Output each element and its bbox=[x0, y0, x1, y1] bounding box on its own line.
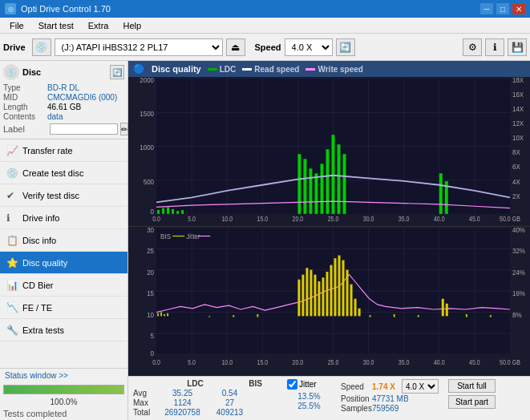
max-bis: 27 bbox=[208, 398, 252, 407]
svg-rect-97 bbox=[318, 281, 320, 316]
svg-text:50.0 GB: 50.0 GB bbox=[500, 216, 520, 224]
svg-text:30.0: 30.0 bbox=[363, 358, 374, 366]
sidebar-item-cd-bier[interactable]: 📊 CD Bier bbox=[0, 274, 127, 297]
svg-text:1500: 1500 bbox=[140, 110, 154, 119]
save-btn[interactable]: 💾 bbox=[508, 38, 527, 56]
type-label: Type bbox=[3, 83, 47, 92]
refresh-btn[interactable]: 🔄 bbox=[336, 38, 355, 56]
jitter-checkbox[interactable] bbox=[287, 379, 297, 390]
toolbar: Drive 💿 (J:) ATAPI iHBS312 2 PL17 ⏏ Spee… bbox=[0, 34, 530, 61]
eject-btn[interactable]: ⏏ bbox=[226, 38, 245, 56]
sidebar-item-extra-tests[interactable]: 🔧 Extra tests bbox=[0, 319, 127, 341]
max-jitter: 25.5% bbox=[287, 402, 331, 410]
legend-read-speed-label: Read speed bbox=[254, 65, 299, 74]
svg-text:0: 0 bbox=[151, 349, 155, 357]
menu-extra[interactable]: Extra bbox=[82, 19, 115, 32]
menu-start-test[interactable]: Start test bbox=[32, 19, 80, 32]
avg-bis: 0.54 bbox=[208, 389, 252, 398]
svg-rect-40 bbox=[162, 208, 164, 214]
disc-quality-label: Disc quality bbox=[22, 258, 67, 268]
chart-title: Disc quality bbox=[152, 64, 201, 74]
create-test-disc-icon: 💿 bbox=[6, 168, 18, 179]
sidebar: 💿 Disc 🔄 Type BD-R DL MID CMCMAGDI6 (000… bbox=[0, 61, 128, 420]
svg-text:0.0: 0.0 bbox=[152, 216, 160, 224]
samples-label: Samples bbox=[341, 404, 369, 413]
svg-text:15: 15 bbox=[147, 289, 154, 297]
svg-text:15.0: 15.0 bbox=[257, 358, 269, 366]
svg-rect-90 bbox=[164, 314, 165, 316]
svg-rect-51 bbox=[332, 135, 335, 214]
sidebar-item-verify-test-disc[interactable]: ✔ Verify test disc bbox=[0, 184, 127, 207]
svg-text:16%: 16% bbox=[512, 289, 525, 297]
extra-tests-icon: 🔧 bbox=[6, 325, 18, 336]
svg-rect-117 bbox=[490, 315, 492, 317]
cd-bier-label: CD Bier bbox=[22, 281, 54, 290]
svg-rect-43 bbox=[176, 211, 179, 214]
speed-select[interactable]: 4.0 X bbox=[285, 38, 333, 56]
max-ldc: 1124 bbox=[160, 398, 204, 407]
disc-refresh-btn[interactable]: 🔄 bbox=[110, 65, 124, 79]
status-window-link[interactable]: Status window >> bbox=[0, 368, 127, 382]
svg-rect-52 bbox=[338, 144, 341, 214]
maximize-button[interactable]: □ bbox=[496, 3, 509, 14]
legend-write-speed-color bbox=[305, 68, 315, 71]
status-window-label: Status window >> bbox=[5, 371, 68, 380]
speed-stat-select[interactable]: 4.0 X bbox=[402, 379, 439, 394]
ldc-col-header: LDC bbox=[173, 379, 217, 388]
svg-text:30: 30 bbox=[147, 225, 154, 234]
svg-text:24%: 24% bbox=[512, 268, 525, 277]
info-btn[interactable]: ℹ bbox=[485, 38, 504, 56]
sidebar-item-create-test-disc[interactable]: 💿 Create test disc bbox=[0, 162, 127, 184]
cd-bier-icon: 📊 bbox=[6, 280, 18, 291]
svg-rect-109 bbox=[446, 304, 448, 317]
avg-ldc: 35.25 bbox=[160, 389, 204, 398]
drive-select[interactable]: (J:) ATAPI iHBS312 2 PL17 bbox=[55, 38, 223, 56]
svg-text:2X: 2X bbox=[512, 192, 520, 200]
sidebar-nav: 📈 Transfer rate 💿 Create test disc ✔ Ver… bbox=[0, 139, 127, 368]
label-edit-btn[interactable]: ✏ bbox=[120, 123, 128, 135]
sidebar-item-transfer-rate[interactable]: 📈 Transfer rate bbox=[0, 139, 127, 162]
length-label: Length bbox=[3, 103, 47, 111]
svg-rect-42 bbox=[172, 209, 174, 214]
sidebar-item-disc-quality[interactable]: ⭐ Disc quality bbox=[0, 252, 127, 274]
start-part-button[interactable]: Start part bbox=[448, 395, 496, 409]
start-full-button[interactable]: Start full bbox=[448, 379, 496, 393]
position-label: Position bbox=[341, 394, 369, 403]
svg-text:30.0: 30.0 bbox=[363, 216, 374, 224]
svg-text:2000: 2000 bbox=[140, 77, 154, 84]
label-input[interactable] bbox=[50, 123, 118, 135]
close-button[interactable]: ✕ bbox=[512, 3, 525, 14]
svg-rect-98 bbox=[322, 277, 324, 316]
svg-rect-100 bbox=[330, 265, 333, 317]
settings-btn[interactable]: ⚙ bbox=[463, 38, 482, 56]
svg-rect-105 bbox=[350, 285, 353, 317]
contents-value: data bbox=[47, 112, 63, 121]
create-test-disc-label: Create test disc bbox=[22, 168, 83, 178]
svg-rect-46 bbox=[303, 159, 306, 214]
svg-text:10X: 10X bbox=[512, 134, 524, 143]
sidebar-item-fe-te[interactable]: 📉 FE / TE bbox=[0, 297, 127, 319]
menu-help[interactable]: Help bbox=[116, 19, 148, 32]
minimize-button[interactable]: ─ bbox=[480, 3, 493, 14]
svg-rect-49 bbox=[320, 164, 323, 214]
svg-rect-89 bbox=[160, 313, 162, 317]
svg-rect-91 bbox=[167, 313, 168, 317]
svg-text:5.0: 5.0 bbox=[188, 358, 196, 366]
speed-label: Speed bbox=[255, 42, 281, 52]
svg-text:32%: 32% bbox=[512, 246, 525, 255]
drive-icon-btn[interactable]: 💿 bbox=[32, 38, 51, 56]
progress-bar bbox=[4, 386, 123, 394]
app-icon: ◎ bbox=[5, 3, 16, 14]
sidebar-item-drive-info[interactable]: ℹ Drive info bbox=[0, 207, 127, 229]
svg-text:4X: 4X bbox=[512, 177, 520, 186]
svg-rect-103 bbox=[342, 260, 345, 317]
svg-text:BIS: BIS bbox=[160, 232, 171, 240]
svg-rect-47 bbox=[309, 168, 312, 214]
stats-row-max: Max 1124 27 bbox=[133, 398, 277, 407]
jitter-label: Jitter bbox=[299, 380, 317, 389]
stats-group-speed: Speed 1.74 X 4.0 X Position 47731 MB Sam… bbox=[341, 379, 439, 414]
stats-group-main: LDC BIS Avg 35.25 0.54 Max 1124 27 Total… bbox=[133, 379, 277, 418]
sidebar-item-disc-info[interactable]: 📋 Disc info bbox=[0, 229, 127, 252]
svg-rect-112 bbox=[257, 314, 258, 317]
menu-file[interactable]: File bbox=[3, 19, 30, 32]
